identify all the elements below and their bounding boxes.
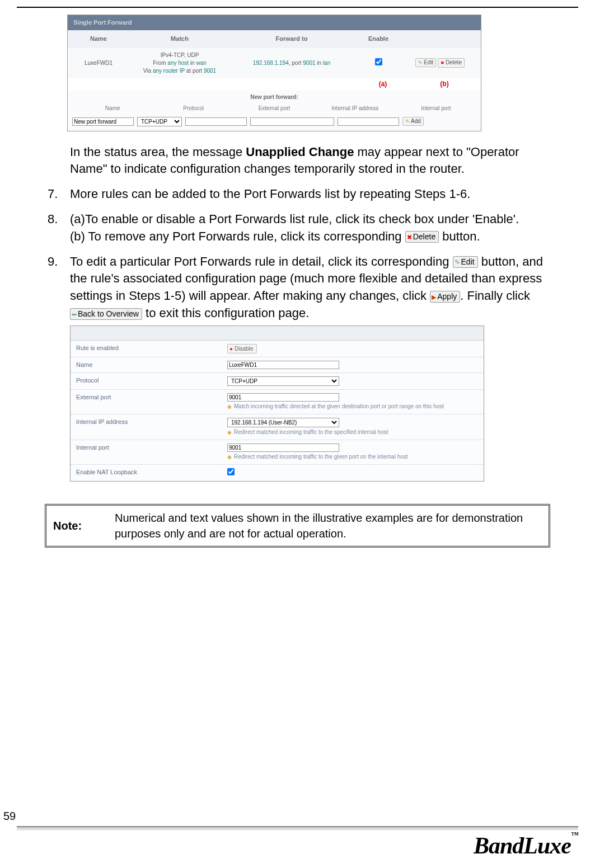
delete-button-inline[interactable]: Delete: [405, 231, 439, 243]
col-enable: Enable: [353, 35, 404, 43]
match-line1: IPv4-TCP, UDP: [129, 51, 230, 59]
label-internal-port: Internal port: [76, 444, 222, 461]
panel-header-strip: [71, 326, 484, 341]
npf-head-ext: External port: [234, 105, 315, 112]
note-label: Note:: [53, 518, 115, 534]
disable-button[interactable]: Disable: [227, 344, 257, 353]
row-nat-loopback: Enable NAT Loopback: [71, 465, 484, 481]
ab-annotation: (a) (b): [68, 78, 481, 90]
label-internal-ip: Internal IP address: [76, 418, 222, 436]
col-name: Name: [68, 35, 129, 43]
external-port-hint: Match incoming traffic directed at the g…: [227, 403, 478, 411]
protocol-select[interactable]: TCP+UDP: [227, 376, 339, 386]
npf-name-input[interactable]: [72, 117, 134, 126]
label-name: Name: [76, 361, 222, 369]
note-box: Note: Numerical and text values shown in…: [45, 504, 550, 548]
trademark-icon: ™: [571, 831, 578, 839]
match-line3: Via any router IP at port 9001: [129, 67, 230, 75]
row-protocol: Protocol TCP+UDP: [71, 373, 484, 390]
npf-int-port-input[interactable]: [338, 117, 399, 126]
match-line2: From any host in wan: [129, 59, 230, 67]
label-external-port: External port: [76, 393, 222, 411]
enable-checkbox[interactable]: [375, 58, 382, 65]
col-match: Match: [129, 35, 230, 43]
npf-ext-port-input[interactable]: [185, 117, 247, 126]
internal-ip-select[interactable]: 192.168.1.194 (User-NB2): [227, 418, 339, 427]
row-rule-enabled: Rule is enabled Disable: [71, 341, 484, 357]
internal-port-hint: Redirect matched incoming traffic to the…: [227, 453, 478, 461]
external-port-input[interactable]: [227, 393, 339, 402]
delete-button[interactable]: Delete: [438, 58, 465, 68]
cell-match: IPv4-TCP, UDP From any host in wan Via a…: [129, 51, 230, 75]
cell-forward-to: 192.168.1.194, port 9001 in lan: [230, 59, 353, 67]
name-input[interactable]: [227, 361, 339, 369]
page-footer: 59 BandLuxe™: [0, 823, 595, 862]
page-content: Single Port Forward Name Match Forward t…: [0, 15, 595, 548]
table-header-row: Name Match Forward to Enable: [68, 30, 481, 48]
add-button[interactable]: Add: [402, 117, 424, 126]
col-forward-to: Forward to: [230, 35, 353, 43]
row-external-port: External port Match incoming traffic dir…: [71, 390, 484, 414]
npf-head-name: Name: [72, 105, 153, 112]
label-rule-enabled: Rule is enabled: [76, 344, 222, 353]
item-number: 7.: [48, 186, 70, 203]
apply-button-inline[interactable]: Apply: [430, 291, 460, 303]
item-body: (a)To enable or disable a Port Forwards …: [70, 211, 556, 246]
item-number: 8.: [48, 211, 70, 246]
page-number: 59: [3, 808, 16, 826]
cell-enable: [353, 58, 404, 68]
note-text: Numerical and text values shown in the i…: [115, 510, 542, 541]
list-item-7: 7. More rules can be added to the Port F…: [48, 186, 556, 203]
info-icon: [227, 403, 232, 411]
back-to-overview-button-inline[interactable]: Back to Overview: [70, 308, 142, 320]
brand-logo: BandLuxe™: [474, 833, 578, 858]
new-port-forward-inputs: TCP+UDP Add: [68, 115, 481, 131]
page-top-rule: [17, 7, 578, 8]
new-port-forward-title: New port forward:: [68, 90, 481, 102]
internal-port-input[interactable]: [227, 444, 339, 452]
list-item-9: 9. To edit a particular Port Forwards ru…: [48, 253, 556, 322]
cell-actions: Edit Delete: [404, 58, 476, 68]
table-row: LuxeFWD1 IPv4-TCP, UDP From any host in …: [68, 48, 481, 78]
row-internal-ip: Internal IP address 192.168.1.194 (User-…: [71, 414, 484, 440]
npf-int-ip-input[interactable]: [250, 117, 334, 126]
cell-name: LuxeFWD1: [68, 59, 129, 67]
npf-head-int-ip: Internal IP address: [315, 105, 395, 112]
npf-head-int-port: Internal port: [396, 105, 476, 112]
internal-ip-hint: Redirect matched incoming traffic to the…: [227, 428, 478, 436]
npf-head-protocol: Protocol: [153, 105, 233, 112]
label-nat-loopback: Enable NAT Loopback: [76, 468, 222, 478]
single-port-forward-panel: Single Port Forward Name Match Forward t…: [67, 15, 481, 131]
annotation-a: (a): [358, 79, 408, 89]
item-number: 9.: [48, 253, 70, 322]
rule-detail-panel: Rule is enabled Disable Name Protocol TC…: [70, 326, 484, 482]
status-paragraph: In the status area, the message Unapplie…: [70, 144, 556, 178]
list-item-8: 8. (a)To enable or disable a Port Forwar…: [48, 211, 556, 246]
item-body: To edit a particular Port Forwards rule …: [70, 253, 556, 322]
edit-button[interactable]: Edit: [415, 58, 436, 67]
edit-button-inline[interactable]: Edit: [453, 256, 478, 268]
info-icon: [227, 428, 232, 436]
row-internal-port: Internal port Redirect matched incoming …: [71, 440, 484, 465]
panel-title: Single Port Forward: [68, 15, 481, 30]
new-port-forward-headers: Name Protocol External port Internal IP …: [68, 102, 481, 115]
nat-loopback-checkbox[interactable]: [227, 468, 235, 475]
npf-protocol-select[interactable]: TCP+UDP: [137, 117, 182, 126]
annotation-b: (b): [408, 79, 481, 89]
label-protocol: Protocol: [76, 376, 222, 386]
item-body: More rules can be added to the Port Forw…: [70, 186, 556, 203]
row-name: Name: [71, 357, 484, 373]
info-icon: [227, 453, 232, 461]
